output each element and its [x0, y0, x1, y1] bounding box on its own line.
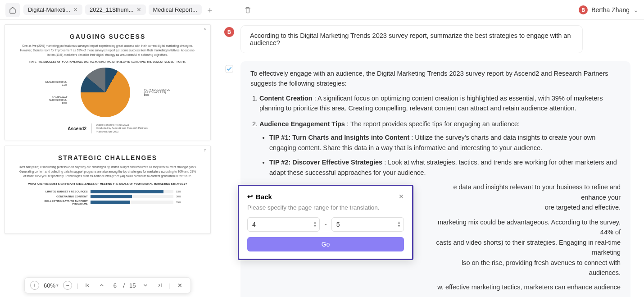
bar-value: 29% — [176, 201, 186, 204]
go-button[interactable]: Go — [247, 237, 404, 251]
add-tab-button[interactable]: ＋ — [204, 4, 216, 16]
pie-label: SOMEWHAT SUCCESSFUL 69% — [45, 96, 67, 104]
brand-meta: Digital Marketing Trends 2023 Conducted … — [96, 123, 148, 133]
tab-label: Medical Report... — [153, 6, 197, 13]
user-menu[interactable]: B Bertha Zhang ⌄ — [579, 5, 639, 14]
range-from-input[interactable]: ▲▼ — [247, 217, 320, 232]
bar-value: 53% — [176, 190, 186, 193]
zoom-out-button[interactable]: − — [63, 281, 72, 290]
page-range-modal: ↩ Back ✕ Please specify the page range f… — [238, 185, 413, 260]
bar-row: GENERATING CONTENT 30% — [29, 195, 186, 198]
close-icon[interactable]: ✕ — [399, 193, 404, 200]
avatar: B — [224, 27, 234, 37]
page-title: GAUGING SUCCESS — [16, 33, 200, 40]
pie-label: VERY SUCCESSFUL (BEST-IN-CLASS) 20% — [144, 88, 170, 96]
return-icon: ↩ — [247, 192, 253, 201]
chart-caption: WHAT ARE THE MOST SIGNIFICANT CHALLENGES… — [16, 183, 200, 186]
pdf-toolbar: + 60% ▾ − | 6 / 15 | ✕ — [24, 277, 191, 293]
bar-value: 30% — [176, 195, 186, 198]
modal-description: Please specify the page range for the tr… — [247, 204, 404, 211]
zoom-level[interactable]: 60% ▾ — [44, 282, 59, 289]
spinner[interactable]: ▲▼ — [397, 221, 401, 228]
tip-title: TIP #2: Discover Effective Strategies — [269, 159, 382, 166]
page-separator: / — [123, 282, 125, 289]
pie-chart: UNSUCCESSFUL 11% SOMEWHAT SUCCESSFUL 69%… — [16, 68, 200, 117]
user-name: Bertha Zhang — [591, 6, 630, 14]
separator: | — [169, 282, 171, 289]
ai-icon — [224, 64, 234, 74]
separator: | — [77, 282, 78, 289]
brand-logo: Ascend2 — [68, 126, 86, 131]
delete-button[interactable] — [241, 4, 254, 16]
page-paragraph: One-in-five (20%) marketing professional… — [16, 44, 200, 57]
divider — [91, 123, 91, 133]
tab-label: Digital-Marketi... — [28, 6, 70, 13]
tabs: Digital-Marketi... ✕ 2022_11$thum... ✕ M… — [23, 5, 202, 15]
bar-chart: LIMITED BUDGET / RESOURCES 53% GENERATIN… — [16, 190, 200, 205]
prev-page-button[interactable] — [97, 280, 107, 290]
item-text: : The report provides specific tips for … — [345, 120, 520, 128]
back-label: Back — [256, 193, 272, 201]
range-to-field[interactable] — [336, 221, 399, 228]
bar-label: LIMITED BUDGET / RESOURCES — [29, 190, 88, 193]
page-number: 7 — [204, 149, 206, 152]
bar-label: GENERATING CONTENT — [29, 195, 88, 198]
chevron-down-icon: ▼ — [397, 224, 401, 228]
chevron-down-icon: ▼ — [313, 224, 317, 228]
range-inputs: ▲▼ - ▲▼ — [247, 217, 404, 232]
doc-page-6: 6 GAUGING SUCCESS One-in-five (20%) mark… — [5, 24, 211, 140]
close-icon[interactable]: ✕ — [73, 6, 78, 13]
user-message: According to this Digital Marketing Tren… — [240, 25, 583, 53]
page-title: STRATEGIC CHALLENGES — [16, 154, 200, 161]
tab-digital-marketing[interactable]: Digital-Marketi... ✕ — [23, 5, 82, 15]
user-message-row: B According to this Digital Marketing Tr… — [224, 25, 630, 53]
next-page-button[interactable] — [141, 280, 150, 290]
spinner[interactable]: ▲▼ — [313, 221, 317, 228]
home-icon — [9, 6, 16, 14]
page-number: 6 — [204, 27, 206, 31]
list-item: Content Creation : A significant focus o… — [259, 93, 621, 114]
home-button[interactable] — [5, 3, 20, 17]
zoom-in-button[interactable]: + — [30, 281, 39, 290]
chevron-down-icon: ▾ — [56, 283, 59, 288]
main: 6 GAUGING SUCCESS One-in-five (20%) mark… — [0, 20, 644, 297]
first-page-button[interactable] — [82, 280, 92, 290]
brand-row: Ascend2 Digital Marketing Trends 2023 Co… — [16, 123, 200, 133]
tip-title: TIP #1: Turn Charts and Insights into Co… — [269, 134, 409, 141]
back-button[interactable]: ↩ Back — [247, 192, 272, 201]
document-pane: 6 GAUGING SUCCESS One-in-five (20%) mark… — [0, 20, 215, 297]
close-icon[interactable]: ✕ — [136, 6, 141, 13]
pie-label: UNSUCCESSFUL 11% — [45, 81, 67, 86]
bar-row: LIMITED BUDGET / RESOURCES 53% — [29, 190, 186, 193]
trash-icon — [244, 6, 251, 14]
ai-avatar — [224, 64, 234, 74]
pie-graphic — [81, 68, 130, 117]
tab-medical-report[interactable]: Medical Report... — [149, 5, 202, 15]
topbar: Digital-Marketi... ✕ 2022_11$thum... ✕ M… — [0, 0, 644, 20]
partial-text: w, effective marketing tactics, marketer… — [259, 282, 621, 292]
ai-intro: To effectively engage with an audience, … — [250, 69, 621, 89]
list-item: TIP #2: Discover Effective Strategies : … — [269, 157, 621, 178]
pie-labels-left: UNSUCCESSFUL 11% SOMEWHAT SUCCESSFUL 69% — [45, 81, 67, 104]
tab-label: 2022_11$thum... — [90, 6, 134, 13]
page-paragraph: Over half (53%) of marketing professiona… — [16, 165, 200, 178]
item-title: Content Creation — [259, 95, 313, 102]
bar-row: COLLECTING DATA TO SUPPORT PROGRAMS 29% — [29, 200, 186, 205]
ai-message-row: To effectively engage with an audience, … — [224, 61, 630, 297]
chart-caption: RATE THE SUCCESS OF YOUR OVERALL DIGITAL… — [16, 60, 200, 64]
page-total: 15 — [129, 282, 136, 289]
page-current[interactable]: 6 — [111, 282, 118, 289]
bar-label: COLLECTING DATA TO SUPPORT PROGRAMS — [29, 200, 88, 205]
ai-message: To effectively engage with an audience, … — [240, 61, 630, 297]
avatar: B — [579, 5, 588, 14]
range-from-field[interactable] — [252, 221, 315, 228]
item-title: Audience Engagement Tips — [259, 120, 345, 128]
range-dash: - — [324, 220, 327, 228]
close-toolbar-button[interactable]: ✕ — [175, 280, 185, 290]
tab-2022-thumb[interactable]: 2022_11$thum... ✕ — [85, 5, 146, 15]
doc-page-7: 7 STRATEGIC CHALLENGES Over half (53%) o… — [5, 146, 211, 234]
last-page-button[interactable] — [155, 280, 165, 290]
chevron-down-icon: ⌄ — [633, 6, 639, 14]
list-item: TIP #1: Turn Charts and Insights into Co… — [269, 133, 621, 153]
range-to-input[interactable]: ▲▼ — [331, 217, 404, 232]
